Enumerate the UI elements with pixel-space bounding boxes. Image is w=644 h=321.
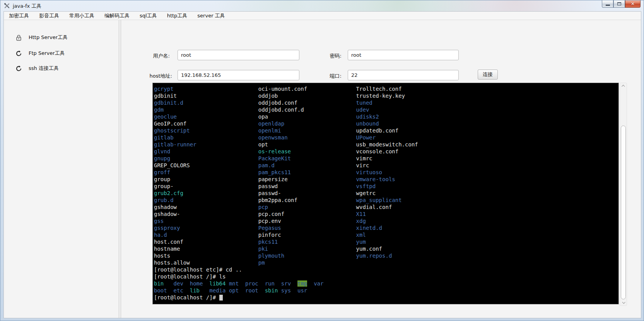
terminal-line: grub.d pbm2ppa.conf wpa_supplicant — [154, 197, 618, 204]
terminal-line: group- passwd vsftpd — [154, 183, 618, 190]
terminal-line: bin dev home lib64 mnt proc run srv tmp … — [154, 280, 618, 287]
sidebar-item-label: Http Server工具 — [29, 34, 68, 41]
terminal-line: ha.d pinforc xml — [154, 231, 618, 238]
terminal-line: gshadow- pcp.conf X11 — [154, 211, 618, 217]
terminal-line: gss pcp.env xdg — [154, 217, 618, 224]
terminal-line: gssproxy Pegasus xinetd.d — [154, 224, 618, 231]
terminal-line: GeoIP.conf openldap unbound — [154, 120, 618, 127]
sidebar-item-label: ssh 连接工具 — [29, 65, 59, 72]
tools-icon — [4, 3, 10, 9]
password-label: 密码: — [313, 53, 342, 59]
terminal-line: [root@localhost etc]# cd .. — [154, 266, 618, 273]
terminal-line: [root@localhost /]# ls — [154, 273, 618, 280]
refresh-icon — [15, 65, 22, 72]
terminal-line: gnupg PackageKit vimrc — [154, 155, 618, 162]
terminal-line: gdm oddjobd.conf.d udev — [154, 106, 618, 113]
terminal-line: geoclue opa udisks2 — [154, 113, 618, 120]
terminal-line: host.conf pkcs11 yum — [154, 238, 618, 245]
lock-icon — [15, 34, 22, 41]
refresh-icon — [15, 50, 22, 57]
sidebar-item[interactable]: Ftp Server工具 — [4, 46, 119, 61]
terminal-line: gcrypt oci-umount.conf Trolltech.conf — [154, 85, 618, 92]
sidebar-item[interactable]: Http Server工具 — [4, 30, 119, 45]
terminal-output[interactable]: gcrypt oci-umount.conf Trolltech.confgdb… — [152, 83, 619, 304]
menu-bar: 加密工具影音工具常用小工具编解码工具sql工具http工具server 工具 — [4, 12, 641, 20]
terminal-line: gshadow pcp wvdial.conf — [154, 204, 618, 211]
terminal-line: group papersize vmware-tools — [154, 176, 618, 183]
terminal-line: gitlab-runner opt usb_modeswitch.conf — [154, 141, 618, 148]
terminal-line: hostname pki yum.conf — [154, 245, 618, 252]
terminal-line: boot etc lib media opt root sbin sys usr — [154, 287, 618, 294]
host-label: host地址: — [135, 73, 172, 80]
scrollbar-thumb[interactable] — [621, 126, 626, 299]
terminal-line: gitlab openwsman UPower — [154, 134, 618, 141]
menu-item[interactable]: 加密工具 — [4, 12, 34, 20]
terminal-line: hosts.allow pm — [154, 259, 618, 266]
terminal-line: ghostscript openlmi updatedb.conf — [154, 127, 618, 134]
close-icon[interactable]: ✕ — [625, 0, 641, 8]
menu-item[interactable]: server 工具 — [192, 12, 230, 20]
menu-item[interactable]: sql工具 — [135, 12, 162, 20]
terminal-line: GREP_COLORS pam.d virc — [154, 162, 618, 169]
window-title: java-fx 工具 — [13, 3, 41, 10]
terminal-line: glvnd os-release vconsole.conf — [154, 148, 618, 155]
sidebar: Http Server工具Ftp Server工具ssh 连接工具 — [4, 20, 119, 318]
window-controls: ✕ — [602, 0, 641, 8]
terminal-scrollbar[interactable] — [620, 83, 627, 306]
minimize-icon[interactable] — [602, 0, 613, 8]
terminal-line: hosts plymouth yum.repos.d — [154, 252, 618, 259]
sidebar-item[interactable]: ssh 连接工具 — [4, 61, 119, 76]
terminal-cursor — [219, 295, 223, 301]
menu-item[interactable]: http工具 — [162, 12, 193, 20]
terminal-line: [root@localhost /]# — [154, 294, 618, 301]
menu-item[interactable]: 编解码工具 — [99, 12, 135, 20]
connect-button[interactable]: 连接 — [478, 70, 498, 80]
scroll-up-icon[interactable] — [620, 83, 627, 89]
port-input[interactable] — [348, 70, 459, 80]
password-input[interactable] — [348, 50, 459, 60]
app-window: java-fx 工具 ✕ 加密工具影音工具常用小工具编解码工具sql工具http… — [0, 0, 644, 321]
sidebar-item-label: Ftp Server工具 — [29, 50, 65, 57]
terminal-line: groff pam_pkcs11 virtuoso — [154, 169, 618, 176]
terminal-line: gdbinit oddjob trusted-key.key — [154, 92, 618, 99]
host-input[interactable] — [178, 70, 299, 80]
menu-item[interactable]: 影音工具 — [34, 12, 64, 20]
terminal-line: grub2.cfg passwd- wgetrc — [154, 190, 618, 197]
port-label: 端口: — [313, 73, 342, 80]
title-bar[interactable]: java-fx 工具 ✕ — [0, 0, 644, 11]
scroll-down-icon[interactable] — [620, 299, 627, 306]
terminal-line: gdbinit.d oddjobd.conf tuned — [154, 99, 618, 106]
username-label: 用户名: — [135, 53, 170, 59]
maximize-icon[interactable] — [613, 0, 625, 8]
username-input[interactable] — [178, 50, 299, 60]
client-area: 加密工具影音工具常用小工具编解码工具sql工具http工具server 工具 H… — [3, 11, 641, 318]
menu-item[interactable]: 常用小工具 — [64, 12, 99, 20]
